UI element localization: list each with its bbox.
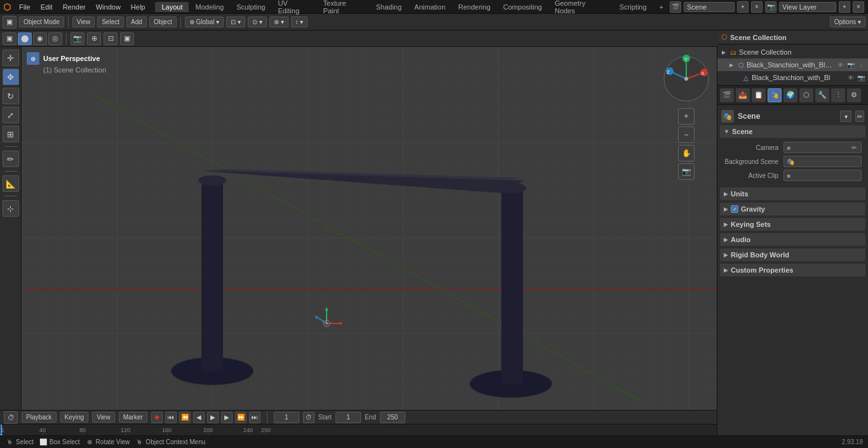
menu-window[interactable]: Window — [91, 2, 126, 12]
object-mode-dropdown[interactable]: Object Mode — [19, 17, 64, 27]
play-button[interactable]: ▶ — [207, 412, 219, 423]
tree-arrow-mesh[interactable] — [735, 74, 740, 81]
view-layer-delete-icon[interactable]: × — [853, 1, 864, 13]
timeline-editor-icon[interactable]: ⏱ — [4, 411, 18, 424]
view-menu-timeline[interactable]: View — [92, 412, 115, 423]
prev-keyframe-button[interactable]: ⏪ — [179, 412, 191, 423]
rigid-body-header[interactable]: ▶ Rigid Body World — [720, 248, 865, 261]
tree-item-scene-collection[interactable]: ▶ 🗂 Scene Collection — [717, 46, 868, 58]
add-tab-button[interactable]: + — [653, 2, 670, 12]
tree-arrow-stanchion[interactable]: ▶ — [728, 61, 735, 69]
audio-section-header[interactable]: ▶ Audio — [720, 233, 865, 246]
bg-scene-value[interactable]: 🎭 — [783, 156, 862, 167]
tab-rendering[interactable]: Rendering — [452, 2, 497, 12]
zoom-in-button[interactable]: + — [678, 108, 695, 125]
vp-show-overlays[interactable]: ⊡ — [104, 32, 118, 45]
render-props-icon[interactable]: 🎬 — [720, 88, 734, 102]
camera-edit-btn[interactable]: ✏ — [850, 143, 858, 152]
local-axis[interactable]: ↕ ▾ — [291, 17, 308, 27]
visibility-icon[interactable]: 👁 — [836, 60, 845, 69]
timeline-ruler[interactable]: 1 40 80 120 160 200 240 250 — [0, 424, 717, 436]
engine-icon[interactable]: 🎬 — [670, 1, 681, 13]
scene-new-button[interactable]: ✏ — [855, 111, 864, 122]
menu-help[interactable]: Help — [126, 2, 151, 12]
scene-section-header[interactable]: ▼ Scene — [720, 125, 865, 138]
tab-animation[interactable]: Animation — [408, 2, 452, 12]
playback-menu[interactable]: Playback — [22, 412, 57, 423]
pivot-point[interactable]: ⊕ ▾ — [269, 17, 288, 27]
scale-tool-button[interactable]: ⤢ — [3, 107, 19, 123]
tree-item-stanchion-mesh[interactable]: △ Black_Stanchion_with_Bl 👁 📷 — [717, 71, 868, 84]
tab-layout[interactable]: Layout — [155, 2, 189, 12]
vp-mode-icon[interactable]: ▣ — [3, 32, 17, 45]
vp-shading-material[interactable]: ◉ — [33, 32, 47, 45]
add-object-button[interactable]: ⊹ — [3, 200, 19, 217]
physics-props-icon[interactable]: ⚙ — [847, 88, 861, 102]
main-viewport[interactable]: ⊕ User Perspective (1) Scene Collection … — [22, 47, 718, 410]
select-menu[interactable]: Select — [97, 17, 124, 27]
annotate-tool-button[interactable]: ✏ — [3, 151, 19, 167]
browse-scene-button[interactable]: ▾ — [840, 111, 851, 122]
add-menu[interactable]: Add — [126, 17, 147, 27]
menu-render[interactable]: Render — [58, 2, 91, 12]
vp-shading-render[interactable]: ◎ — [48, 32, 62, 45]
modifier-props-icon[interactable]: 🔧 — [815, 88, 829, 102]
units-section-header[interactable]: ▶ Units — [720, 187, 865, 200]
scene-selector[interactable] — [684, 2, 735, 12]
proportional-edit[interactable]: ⊙ ▾ — [248, 17, 267, 27]
camera-lock-button[interactable]: 📷 — [678, 163, 695, 180]
view-layer-selector[interactable] — [779, 2, 836, 12]
next-keyframe-button[interactable]: ⏩ — [235, 412, 247, 423]
tab-scripting[interactable]: Scripting — [613, 2, 653, 12]
measure-tool-button[interactable]: 📐 — [3, 175, 19, 192]
camera-value[interactable]: ■ ✏ — [783, 142, 862, 153]
scene-props-icon[interactable]: 🎭 — [768, 88, 782, 102]
move-tool-button[interactable]: ✥ — [3, 69, 19, 85]
mesh-render-icon[interactable]: 📷 — [857, 73, 865, 82]
gravity-section-header[interactable]: ▶ ✓ Gravity — [720, 203, 865, 215]
object-props-icon[interactable]: ⬡ — [799, 88, 813, 102]
keying-sets-header[interactable]: ▶ Keying Sets — [720, 218, 865, 231]
cursor-tool-button[interactable]: ✛ — [3, 50, 19, 66]
snap-dropdown[interactable]: ⊡ ▾ — [226, 17, 245, 27]
end-frame-input[interactable] — [380, 412, 405, 423]
tab-compositing[interactable]: Compositing — [497, 2, 548, 12]
rotate-tool-button[interactable]: ↻ — [3, 88, 19, 104]
menu-file[interactable]: File — [14, 2, 36, 12]
tree-item-stanchion[interactable]: ▶ ⬡ Black_Stanchion_with_Black... 👁 📷 ↓ — [717, 58, 868, 71]
tab-uv-editing[interactable]: UV Editing — [271, 0, 316, 16]
tab-texture-paint[interactable]: Texture Paint — [317, 0, 370, 16]
output-props-icon[interactable]: 📤 — [736, 88, 750, 102]
editor-type-icon[interactable]: ▣ — [3, 16, 17, 29]
zoom-out-button[interactable]: − — [678, 126, 695, 143]
view-layer-props-icon[interactable]: 📋 — [752, 88, 766, 102]
transform-tool-button[interactable]: ⊞ — [3, 126, 19, 142]
tab-shading[interactable]: Shading — [370, 2, 408, 12]
tree-arrow-expand[interactable]: ▶ — [720, 48, 728, 56]
selectable-icon[interactable]: ↓ — [857, 60, 865, 69]
object-menu[interactable]: Object — [149, 17, 177, 27]
render-icon[interactable]: 📷 — [765, 1, 776, 13]
scene-delete-icon[interactable]: × — [751, 1, 763, 13]
tab-sculpting[interactable]: Sculpting — [230, 2, 271, 12]
active-clip-value[interactable]: ■ — [783, 170, 862, 181]
view-layer-new-icon[interactable]: + — [839, 1, 850, 13]
scene-new-icon[interactable]: + — [737, 1, 749, 13]
current-frame-input[interactable] — [274, 412, 299, 423]
rotation-gizmo[interactable]: X Y Z — [661, 53, 712, 104]
frame-sync-button[interactable]: ⏱ — [303, 412, 315, 423]
vp-shading-solid[interactable]: ⬤ — [18, 32, 32, 45]
custom-props-header[interactable]: ▶ Custom Properties — [720, 264, 865, 276]
world-props-icon[interactable]: 🌍 — [783, 88, 797, 102]
mesh-visibility-icon[interactable]: 👁 — [846, 73, 855, 82]
marker-menu[interactable]: Marker — [119, 412, 147, 423]
tab-modeling[interactable]: Modeling — [189, 2, 230, 12]
vp-xray[interactable]: ▣ — [120, 32, 134, 45]
vp-show-gizmos[interactable]: ⊕ — [87, 32, 101, 45]
jump-start-button[interactable]: ⏮ — [165, 412, 177, 423]
render-visibility-icon[interactable]: 📷 — [846, 60, 855, 69]
start-frame-input[interactable] — [336, 412, 361, 423]
keying-menu[interactable]: Keying — [60, 412, 89, 423]
jump-end-button[interactable]: ⏭ — [249, 412, 261, 423]
menu-edit[interactable]: Edit — [36, 2, 58, 12]
